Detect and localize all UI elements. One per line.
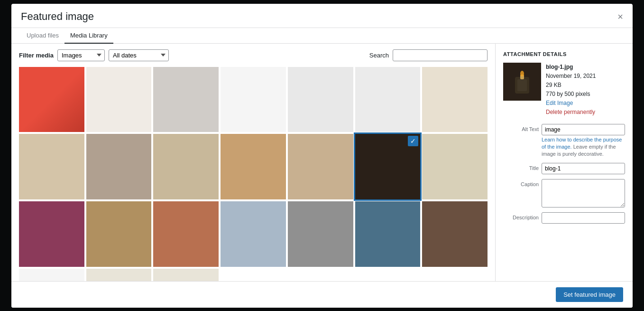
media-item[interactable] <box>86 201 152 267</box>
description-input[interactable] <box>542 212 625 224</box>
media-item[interactable] <box>422 67 488 132</box>
featured-image-modal: Featured image × Upload files Media Libr… <box>11 4 633 308</box>
tabs-bar: Upload files Media Library <box>11 28 633 44</box>
media-item[interactable] <box>19 269 84 281</box>
media-item[interactable] <box>19 134 84 199</box>
attachment-dimensions: 770 by 500 pixels <box>546 90 596 99</box>
media-item[interactable] <box>86 134 152 199</box>
description-label: Description <box>503 212 539 220</box>
attachment-sidebar: ATTACHMENT DETAILS blog-1.jpg November 1… <box>495 44 633 281</box>
svg-point-3 <box>520 71 524 76</box>
media-item[interactable] <box>86 67 152 132</box>
media-item[interactable] <box>288 67 353 132</box>
media-item[interactable] <box>355 67 421 132</box>
title-label: Title <box>503 163 539 171</box>
media-grid-container[interactable]: ✓ <box>11 67 495 281</box>
media-item[interactable] <box>221 201 286 267</box>
attachment-date: November 19, 2021 <box>546 72 596 81</box>
search-input[interactable] <box>393 49 488 61</box>
alt-text-row: Alt Text Learn how to describe the purpo… <box>503 124 625 158</box>
media-item[interactable] <box>153 67 219 132</box>
filter-bar: Filter media Images Audio Video Document… <box>11 44 495 67</box>
modal-footer: Set featured image <box>11 281 633 308</box>
filter-type-select[interactable]: Images Audio Video Documents <box>57 49 105 61</box>
alt-text-input[interactable] <box>542 124 625 135</box>
media-item[interactable] <box>221 134 286 199</box>
edit-image-link[interactable]: Edit Image <box>546 100 573 106</box>
media-item[interactable] <box>221 67 286 132</box>
filter-label: Filter media <box>19 52 54 59</box>
search-label: Search <box>369 52 389 59</box>
modal-body: Filter media Images Audio Video Document… <box>11 44 633 281</box>
candle-icon <box>508 67 536 96</box>
attachment-size: 29 KB <box>546 81 596 90</box>
media-grid: ✓ <box>19 67 488 281</box>
caption-row: Caption <box>503 179 625 207</box>
media-item[interactable] <box>19 201 84 267</box>
attachment-filename: blog-1.jpg <box>546 63 596 72</box>
description-row: Description <box>503 212 625 224</box>
media-item[interactable] <box>153 269 219 281</box>
media-item[interactable] <box>288 134 353 199</box>
media-item[interactable] <box>221 269 286 281</box>
modal-overlay[interactable]: Featured image × Upload files Media Libr… <box>0 0 644 311</box>
attachment-section-title: ATTACHMENT DETAILS <box>503 51 625 57</box>
caption-textarea[interactable] <box>542 179 625 207</box>
media-item[interactable] <box>422 269 488 281</box>
alt-text-label: Alt Text <box>503 124 539 132</box>
media-item[interactable] <box>355 269 421 281</box>
delete-permanently-link[interactable]: Delete permanently <box>546 109 595 115</box>
selected-checkmark: ✓ <box>408 136 418 146</box>
search-area: Search <box>369 49 488 61</box>
caption-label: Caption <box>503 179 539 187</box>
media-item[interactable] <box>355 201 421 267</box>
media-item[interactable] <box>288 201 353 267</box>
filter-date-select[interactable]: All dates November 2021 October 2021 <box>109 49 169 61</box>
media-item[interactable] <box>153 201 219 267</box>
modal-header: Featured image × <box>11 4 633 28</box>
attachment-preview: blog-1.jpg November 19, 2021 29 KB 770 b… <box>503 63 625 117</box>
title-input[interactable] <box>542 163 625 174</box>
attachment-thumbnail <box>503 63 541 101</box>
tab-upload[interactable]: Upload files <box>21 28 64 44</box>
tab-media-library[interactable]: Media Library <box>64 28 113 44</box>
alt-text-wrap: Learn how to describe the purpose of the… <box>542 124 625 158</box>
media-item[interactable] <box>19 67 84 132</box>
media-item-selected[interactable]: ✓ <box>355 134 421 199</box>
media-item[interactable] <box>422 201 488 267</box>
title-row: Title <box>503 163 625 174</box>
media-item[interactable] <box>422 134 488 199</box>
media-item[interactable] <box>153 134 219 199</box>
modal-close-button[interactable]: × <box>617 12 623 21</box>
svg-rect-1 <box>517 79 527 91</box>
media-item[interactable] <box>288 269 353 281</box>
attachment-meta: blog-1.jpg November 19, 2021 29 KB 770 b… <box>546 63 596 117</box>
set-featured-image-button[interactable]: Set featured image <box>556 287 623 302</box>
media-area: Filter media Images Audio Video Document… <box>11 44 495 281</box>
media-item[interactable] <box>86 269 152 281</box>
modal-title: Featured image <box>21 10 94 23</box>
alt-text-hint: Learn how to describe the purpose of the… <box>542 136 625 158</box>
